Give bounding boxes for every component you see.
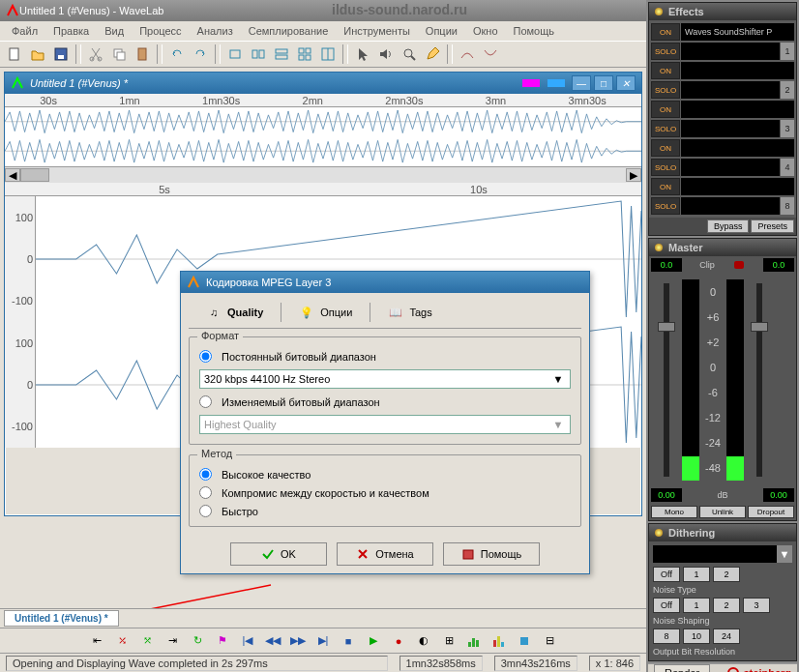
zoom-tool[interactable] bbox=[399, 44, 420, 65]
waveform-overview[interactable] bbox=[5, 107, 641, 167]
dither-nt-1[interactable]: 1 bbox=[683, 567, 710, 582]
transport-btn-1[interactable]: ⇤ bbox=[88, 632, 105, 650]
tool-1[interactable] bbox=[224, 44, 246, 65]
menu-help[interactable]: Помощь bbox=[506, 23, 563, 39]
dropout-button[interactable]: Dropout bbox=[748, 506, 794, 518]
format-legend: Формат bbox=[197, 330, 243, 341]
transport-btn-4[interactable]: ⇥ bbox=[163, 632, 181, 650]
fx-solo-button[interactable]: SOLO bbox=[651, 43, 680, 60]
method-mid-radio[interactable]: Компромис между скоростью и качеством bbox=[199, 483, 571, 502]
dither-obr-3[interactable]: 24 bbox=[713, 628, 740, 644]
minimize-button[interactable]: — bbox=[572, 75, 591, 91]
transport-stop[interactable]: ■ bbox=[340, 632, 357, 650]
bypass-button[interactable]: Bypass bbox=[707, 219, 750, 233]
open-button[interactable] bbox=[27, 44, 48, 65]
curve-tool-1[interactable] bbox=[457, 44, 478, 65]
dither-obr-1[interactable]: 8 bbox=[653, 628, 680, 644]
cancel-button[interactable]: Отмена bbox=[337, 542, 433, 566]
method-fast-radio[interactable]: Быстро bbox=[199, 502, 571, 520]
fader-right[interactable] bbox=[748, 279, 771, 481]
tab-options[interactable]: 💡 Опции bbox=[281, 301, 370, 324]
cbr-radio[interactable]: Постоянный битовый диапазон bbox=[199, 347, 571, 365]
transport-loop[interactable]: ↻ bbox=[189, 632, 206, 650]
transport-btn-2[interactable]: ⤰ bbox=[113, 632, 131, 650]
transport-start[interactable]: |◀ bbox=[239, 632, 256, 650]
amplitude-ruler: 100 0 -100 100 0 -100 bbox=[5, 196, 36, 448]
transport-meter-1[interactable] bbox=[465, 632, 483, 650]
dither-ns-2[interactable]: 2 bbox=[713, 598, 740, 613]
tool-3[interactable] bbox=[271, 44, 292, 65]
presets-button[interactable]: Presets bbox=[751, 219, 794, 233]
render-button[interactable]: Render bbox=[654, 664, 710, 672]
scroll-right-button[interactable]: ▶ bbox=[626, 168, 641, 182]
method-hq-radio[interactable]: Высокое качество bbox=[199, 465, 571, 483]
transport-extra-1[interactable]: ◐ bbox=[415, 632, 432, 650]
cursor-tool[interactable] bbox=[352, 44, 373, 65]
clip-indicator[interactable] bbox=[734, 261, 744, 269]
transport-marker[interactable]: ⚑ bbox=[214, 632, 231, 650]
dither-off-1[interactable]: Off bbox=[653, 567, 680, 582]
undo-button[interactable] bbox=[166, 44, 188, 65]
tab-tags[interactable]: 📖 Tags bbox=[370, 301, 449, 324]
transport-meter-3[interactable] bbox=[516, 632, 533, 650]
wave-window-titlebar[interactable]: Untitled 1 (#Venus) * — □ ✕ bbox=[5, 73, 641, 94]
fader-left[interactable] bbox=[655, 279, 678, 481]
menu-analysis[interactable]: Анализ bbox=[190, 23, 241, 39]
transport-rew[interactable]: ◀◀ bbox=[264, 632, 281, 650]
dialog-titlebar[interactable]: Кодировка MPEG Layer 3 bbox=[181, 272, 589, 293]
tool-5[interactable] bbox=[317, 44, 339, 65]
transport-end-2[interactable]: ⊟ bbox=[541, 632, 558, 650]
transport-ffw[interactable]: ▶▶ bbox=[289, 632, 307, 650]
scroll-left-button[interactable]: ◀ bbox=[5, 168, 20, 182]
dither-obr-2[interactable]: 10 bbox=[683, 628, 710, 644]
zoom-timeline-ruler[interactable]: 5s 10s bbox=[5, 183, 641, 196]
paste-button[interactable] bbox=[132, 44, 153, 65]
curve-tool-2[interactable] bbox=[480, 44, 501, 65]
fx-on-button[interactable]: ON bbox=[651, 23, 680, 41]
menu-view[interactable]: Вид bbox=[97, 23, 132, 39]
save-button[interactable] bbox=[50, 44, 72, 65]
fx-slot-4: ON bbox=[651, 138, 794, 158]
dither-ns-1[interactable]: 1 bbox=[683, 598, 710, 613]
transport-btn-3[interactable]: ⤱ bbox=[138, 632, 156, 650]
transport-end[interactable]: ▶| bbox=[314, 632, 332, 650]
menu-file[interactable]: Файл bbox=[4, 23, 45, 39]
help-button[interactable]: Помощь bbox=[443, 542, 540, 566]
transport-meter-2[interactable] bbox=[490, 632, 508, 650]
menu-edit[interactable]: Правка bbox=[45, 23, 97, 39]
bitrate-select[interactable]: 320 kbps 44100 Hz Stereo ▼ bbox=[199, 369, 571, 389]
new-button[interactable] bbox=[4, 44, 25, 65]
close-button[interactable]: ✕ bbox=[616, 75, 636, 91]
unlink-button[interactable]: Unlink bbox=[699, 506, 746, 518]
dither-type-select[interactable]: ▼ bbox=[653, 545, 792, 563]
menu-tools[interactable]: Инструменты bbox=[336, 23, 418, 39]
vbr-radio[interactable]: Изменяемый битовый диапазон bbox=[199, 393, 571, 411]
document-tab[interactable]: Untitled 1 (#Venus) * bbox=[4, 610, 119, 627]
menu-sampling[interactable]: Семплирование bbox=[241, 23, 337, 39]
fx-slot-name[interactable]: Waves SoundShifter P bbox=[681, 23, 794, 41]
mono-button[interactable]: Mono bbox=[651, 506, 697, 518]
dither-ns-3[interactable]: 3 bbox=[743, 598, 770, 613]
pencil-tool[interactable] bbox=[422, 44, 443, 65]
scroll-thumb[interactable] bbox=[20, 168, 49, 182]
transport-extra-2[interactable]: ⊞ bbox=[440, 632, 458, 650]
dither-off-2[interactable]: Off bbox=[653, 598, 680, 613]
maximize-button[interactable]: □ bbox=[594, 75, 613, 91]
tool-4[interactable] bbox=[294, 44, 315, 65]
tool-2[interactable] bbox=[248, 44, 269, 65]
copy-button[interactable] bbox=[108, 44, 130, 65]
menu-window[interactable]: Окно bbox=[465, 23, 506, 39]
transport-play[interactable]: ▶ bbox=[365, 632, 382, 650]
menu-process[interactable]: Процесс bbox=[132, 23, 189, 39]
tab-quality[interactable]: ♫ Quality bbox=[189, 301, 281, 324]
speaker-tool[interactable] bbox=[375, 44, 397, 65]
dither-nt-2[interactable]: 2 bbox=[713, 567, 740, 582]
ok-button[interactable]: OK bbox=[230, 542, 327, 566]
redo-button[interactable] bbox=[190, 44, 211, 65]
cut-button[interactable] bbox=[85, 44, 106, 65]
timeline-ruler[interactable]: 30s 1mn 1mn30s 2mn 2mn30s 3mn 3mn30s bbox=[5, 94, 641, 107]
format-group: Формат Постоянный битовый диапазон 320 k… bbox=[189, 336, 581, 445]
overview-scrollbar[interactable]: ◀ ▶ bbox=[5, 167, 641, 183]
transport-record[interactable]: ● bbox=[390, 632, 407, 650]
menu-options[interactable]: Опции bbox=[418, 23, 465, 39]
